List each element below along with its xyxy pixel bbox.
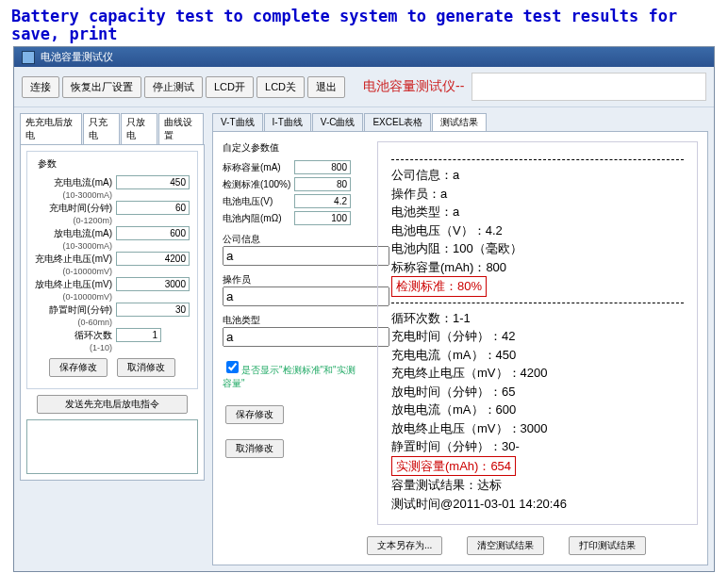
report-line: 静置时间（分钟）：30- bbox=[391, 437, 684, 456]
save-as-text-button[interactable]: 文本另存为... bbox=[367, 536, 442, 555]
right-tabs: V-T曲线 I-T曲线 V-C曲线 EXCEL表格 测试结果 bbox=[212, 113, 708, 131]
checkbox-label: 是否显示"检测标准"和"实测容量" bbox=[223, 365, 356, 388]
custom-label: 检测标准(100%) bbox=[223, 178, 294, 191]
test-standard-input[interactable] bbox=[294, 177, 351, 191]
exit-button[interactable]: 退出 bbox=[307, 76, 345, 98]
toolbar: 连接 恢复出厂设置 停止测试 LCD开 LCD关 退出 电池容量测试仪-- bbox=[14, 67, 714, 107]
param-hint: (1-10) bbox=[31, 343, 116, 352]
param-hint: (0-1200m) bbox=[31, 216, 116, 225]
connect-button[interactable]: 连接 bbox=[22, 76, 59, 98]
tab-charge-discharge[interactable]: 先充电后放电 bbox=[20, 113, 82, 144]
report-line: 容量测试结果：达标 bbox=[391, 476, 684, 495]
window-title: 电池容量测试仪 bbox=[41, 50, 113, 64]
report-line: 电池内阻：100（毫欧） bbox=[391, 239, 684, 258]
print-results-button[interactable]: 打印测试结果 bbox=[569, 536, 646, 555]
discharge-current-input[interactable] bbox=[116, 226, 190, 240]
tab-it-curve[interactable]: I-T曲线 bbox=[264, 113, 311, 131]
report-line: 放电电流（mA）：600 bbox=[391, 401, 684, 419]
report-line: 放电终止电压（mV）：3000 bbox=[391, 419, 684, 438]
custom-group-title: 自定义参数值 bbox=[223, 141, 364, 155]
report-line: 操作员：a bbox=[391, 185, 684, 204]
tab-test-result[interactable]: 测试结果 bbox=[432, 113, 487, 131]
report-line: 充电时间（分钟）：42 bbox=[391, 327, 684, 346]
internal-resistance-input[interactable] bbox=[294, 211, 351, 225]
param-hint: (0-60mn) bbox=[31, 318, 116, 327]
custom-label: 标称容量(mA) bbox=[223, 161, 294, 174]
report-line: 测试时间@2011-03-01 14:20:46 bbox=[391, 495, 684, 514]
report-line: 电池类型：a bbox=[391, 203, 684, 221]
clear-results-button[interactable]: 清空测试结果 bbox=[467, 536, 544, 555]
tab-curve-settings[interactable]: 曲线设置 bbox=[158, 113, 204, 144]
charge-current-input[interactable] bbox=[116, 175, 190, 189]
lcd-off-button[interactable]: LCD关 bbox=[256, 76, 305, 98]
custom-label: 电池内阻(mΩ) bbox=[223, 212, 294, 225]
device-title: 电池容量测试仪-- bbox=[363, 78, 464, 95]
param-hint: (10-3000mA) bbox=[31, 241, 116, 251]
show-standard-checkbox[interactable] bbox=[226, 361, 239, 373]
report-area: 公司信息：a 操作员：a 电池类型：a 电池电压（V）：4.2 电池内阻：100… bbox=[377, 141, 698, 525]
param-label: 充电终止电压(mV) bbox=[31, 253, 116, 266]
app-window: 电池容量测试仪 连接 恢复出厂设置 停止测试 LCD开 LCD关 退出 电池容量… bbox=[13, 46, 715, 572]
param-hint: (0-10000mV) bbox=[31, 267, 116, 276]
lcd-on-button[interactable]: LCD开 bbox=[206, 76, 254, 98]
report-line: 电池电压（V）：4.2 bbox=[391, 221, 684, 240]
param-label: 充电电流(mA) bbox=[31, 176, 116, 189]
tab-vc-curve[interactable]: V-C曲线 bbox=[312, 113, 364, 131]
charge-end-voltage-input[interactable] bbox=[116, 252, 190, 266]
tab-charge-only[interactable]: 只充电 bbox=[83, 113, 120, 144]
report-line: 公司信息：a bbox=[391, 166, 684, 185]
report-line: 充电电流（mA）：450 bbox=[391, 346, 684, 365]
left-tabs: 先充电后放电 只充电 只放电 曲线设置 bbox=[20, 113, 205, 144]
test-standard-highlight: 检测标准：80% bbox=[391, 276, 487, 297]
report-line: 充电终止电压（mV）：4200 bbox=[391, 364, 684, 383]
tab-vt-curve[interactable]: V-T曲线 bbox=[212, 113, 263, 131]
cancel-custom-button[interactable]: 取消修改 bbox=[225, 439, 284, 458]
measured-capacity-highlight: 实测容量(mAh)：654 bbox=[391, 456, 516, 477]
param-label: 放电终止电压(mV) bbox=[31, 278, 116, 291]
param-hint: (10-3000mA) bbox=[31, 190, 116, 200]
report-line: 标称容量(mAh)：800 bbox=[391, 258, 684, 277]
save-custom-button[interactable]: 保存修改 bbox=[225, 405, 284, 424]
param-label: 静置时间(分钟) bbox=[31, 303, 116, 317]
stop-test-button[interactable]: 停止测试 bbox=[144, 76, 203, 98]
battery-voltage-input[interactable] bbox=[294, 194, 351, 208]
rest-time-input[interactable] bbox=[116, 303, 190, 317]
custom-label: 电池类型 bbox=[223, 314, 364, 327]
param-label: 放电电流(mA) bbox=[31, 227, 116, 240]
titlebar: 电池容量测试仪 bbox=[14, 47, 714, 67]
caption: Battery capacity test to complete system… bbox=[0, 0, 728, 44]
report-line: 循环次数：1-1 bbox=[391, 309, 684, 328]
send-command-button[interactable]: 发送先充电后放电指令 bbox=[37, 395, 188, 414]
banner-area bbox=[472, 73, 706, 101]
save-params-button[interactable]: 保存修改 bbox=[49, 358, 108, 377]
report-line: 放电时间（分钟）：65 bbox=[391, 383, 684, 401]
log-textarea[interactable] bbox=[26, 419, 198, 474]
custom-label: 公司信息 bbox=[223, 233, 364, 246]
tab-discharge-only[interactable]: 只放电 bbox=[121, 113, 157, 144]
custom-label: 操作员 bbox=[223, 273, 364, 286]
param-label: 循环次数 bbox=[31, 329, 116, 342]
cycle-count-input[interactable] bbox=[116, 328, 161, 342]
param-hint: (0-10000mV) bbox=[31, 292, 116, 302]
tab-excel[interactable]: EXCEL表格 bbox=[364, 113, 431, 131]
params-group-title: 参数 bbox=[35, 157, 59, 171]
param-label: 充电时间(分钟) bbox=[31, 202, 116, 215]
app-icon bbox=[22, 51, 35, 64]
nominal-capacity-input[interactable] bbox=[294, 160, 351, 174]
factory-reset-button[interactable]: 恢复出厂设置 bbox=[62, 76, 141, 98]
discharge-end-voltage-input[interactable] bbox=[116, 277, 190, 291]
custom-label: 电池电压(V) bbox=[223, 195, 294, 208]
charge-time-input[interactable] bbox=[116, 201, 190, 215]
cancel-params-button[interactable]: 取消修改 bbox=[117, 358, 175, 377]
